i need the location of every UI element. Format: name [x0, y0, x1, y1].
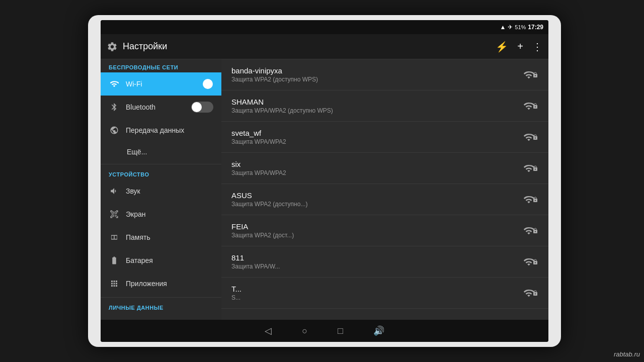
wifi-toggle[interactable]	[191, 78, 213, 89]
wifi-network-item[interactable]: SHAMANЗащита WPA/WPA2 (доступно WPS)	[221, 90, 548, 122]
sidebar-item-screen[interactable]: Экран	[101, 203, 221, 226]
action-bar: Настройки ⚡ + ⋮	[101, 34, 548, 59]
wifi-network-info: FEIAЗащита WPA2 (дост...)	[231, 222, 523, 239]
bluetooth-label: Bluetooth	[126, 103, 191, 111]
sidebar-item-sound[interactable]: Звук	[101, 179, 221, 203]
status-time: 17:29	[528, 24, 543, 31]
wifi-network-item[interactable]: sixЗащита WPA/WPA2	[221, 153, 548, 184]
wifi-network-info: sveta_wfЗащита WPA/WPA2	[231, 129, 523, 145]
apps-label: Приложения	[126, 280, 213, 288]
lightning-button[interactable]: ⚡	[496, 41, 508, 53]
wifi-network-security: Защита WPA/W...	[231, 263, 523, 270]
sidebar-item-bluetooth[interactable]: Bluetooth	[101, 96, 221, 119]
battery-icon	[109, 255, 120, 266]
wifi-signal-icon	[523, 256, 538, 267]
screen: ▲ ✈ 51% 17:29 Настройки ⚡ + ⋮	[101, 20, 548, 342]
status-bar: ▲ ✈ 51% 17:29	[101, 20, 548, 34]
wifi-toggle-knob	[203, 79, 213, 89]
sidebar-item-battery[interactable]: Батарея	[101, 249, 221, 272]
wifi-network-info: 811Защита WPA/W...	[231, 253, 523, 270]
bluetooth-icon	[109, 102, 120, 113]
wifi-network-name: sveta_wf	[231, 129, 523, 137]
bluetooth-toggle[interactable]	[191, 102, 213, 113]
wifi-network-item[interactable]: T...S...	[221, 278, 548, 309]
wifi-network-item[interactable]: sveta_wfЗащита WPA/WPA2	[221, 122, 548, 153]
wifi-network-name: T...	[231, 285, 523, 293]
tablet-frame: ▲ ✈ 51% 17:29 Настройки ⚡ + ⋮	[88, 15, 561, 347]
wifi-network-security: S...	[231, 294, 523, 301]
wifi-signal-icon	[523, 194, 538, 205]
wifi-network-name: SHAMAN	[231, 98, 523, 106]
wifi-signal-icon	[523, 132, 538, 143]
sound-label: Звук	[126, 187, 213, 195]
sidebar-item-memory[interactable]: Память	[101, 226, 221, 249]
wifi-network-security: Защита WPA/WPA2	[231, 169, 523, 176]
watermark: rabtab.ru	[614, 350, 640, 358]
screen-label: Экран	[126, 210, 213, 218]
action-bar-left: Настройки	[107, 41, 496, 52]
wifi-network-item[interactable]: banda-vinipyxaЗащита WPA2 (доступно WPS)	[221, 59, 548, 90]
add-button[interactable]: +	[517, 41, 523, 52]
wifi-signal-icon	[523, 101, 538, 112]
wifi-network-security: Защита WPA/WPA2	[231, 138, 523, 145]
page-title: Настройки	[123, 41, 167, 52]
wifi-network-security: Защита WPA2 (доступно...)	[231, 201, 523, 208]
action-bar-right: ⚡ + ⋮	[496, 41, 542, 53]
sidebar: БЕСПРОВОДНЫЕ СЕТИ Wi-Fi	[101, 59, 221, 320]
section-personal: ЛИЧНЫЕ ДАННЫЕ	[101, 300, 221, 313]
sound-icon	[109, 186, 120, 197]
back-button[interactable]: ◁	[265, 325, 272, 336]
wifi-network-name: FEIA	[231, 222, 523, 231]
wifi-signal-icon	[523, 288, 538, 299]
memory-label: Память	[126, 233, 213, 241]
wifi-network-name: 811	[231, 253, 523, 262]
wifi-network-name: banda-vinipyxa	[231, 66, 523, 75]
wifi-network-list: banda-vinipyxaЗащита WPA2 (доступно WPS)…	[221, 59, 548, 309]
bluetooth-toggle-knob	[192, 102, 202, 112]
wifi-network-name: six	[231, 160, 523, 168]
divider-2	[101, 297, 221, 298]
wifi-panel: banda-vinipyxaЗащита WPA2 (доступно WPS)…	[221, 59, 548, 320]
status-icons: ▲ ✈ 51% 17:29	[500, 24, 543, 31]
wifi-network-security: Защита WPA2 (доступно WPS)	[231, 76, 523, 83]
divider-1	[101, 164, 221, 164]
wifi-network-info: sixЗащита WPA/WPA2	[231, 160, 523, 176]
wifi-network-item[interactable]: FEIAЗащита WPA2 (дост...)	[221, 215, 548, 246]
nav-bar: ◁ ○ □ 🔊	[101, 320, 548, 342]
data-label: Передача данных	[126, 126, 213, 134]
more-label: Ещё...	[127, 148, 213, 156]
wifi-network-security: Защита WPA2 (дост...)	[231, 232, 523, 239]
sidebar-item-more[interactable]: Ещё...	[101, 142, 221, 162]
wifi-network-info: ASUSЗащита WPA2 (доступно...)	[231, 191, 523, 208]
sidebar-item-wifi[interactable]: Wi-Fi	[101, 72, 221, 96]
volume-button[interactable]: 🔊	[373, 325, 384, 336]
signal-status-icon: ✈	[508, 24, 513, 31]
sidebar-item-location[interactable]: Местоположение	[101, 313, 221, 320]
wifi-signal-icon	[523, 69, 538, 80]
wifi-signal-icon	[523, 225, 538, 236]
wifi-label: Wi-Fi	[126, 80, 191, 88]
wifi-network-info: T...S...	[231, 285, 523, 301]
wifi-network-info: SHAMANЗащита WPA/WPA2 (доступно WPS)	[231, 98, 523, 114]
wifi-signal-icon	[523, 163, 538, 174]
recent-button[interactable]: □	[338, 326, 343, 336]
section-wireless: БЕСПРОВОДНЫЕ СЕТИ	[101, 59, 221, 72]
wifi-status-icon: ▲	[500, 24, 506, 31]
home-button[interactable]: ○	[302, 326, 307, 336]
sidebar-item-data[interactable]: Передача данных	[101, 119, 221, 142]
screen-icon	[109, 209, 120, 220]
wifi-network-security: Защита WPA/WPA2 (доступно WPS)	[231, 107, 523, 114]
main-content: БЕСПРОВОДНЫЕ СЕТИ Wi-Fi	[101, 59, 548, 320]
wifi-network-item[interactable]: 811Защита WPA/W...	[221, 246, 548, 278]
data-icon	[109, 125, 120, 136]
battery-status: 51%	[515, 24, 526, 30]
settings-gear-icon	[107, 41, 118, 52]
location-icon	[109, 319, 120, 320]
wifi-network-name: ASUS	[231, 191, 523, 200]
wifi-network-item[interactable]: ASUSЗащита WPA2 (доступно...)	[221, 184, 548, 215]
memory-icon	[109, 232, 120, 243]
more-button[interactable]: ⋮	[532, 41, 542, 53]
sidebar-item-apps[interactable]: Приложения	[101, 272, 221, 295]
apps-icon	[109, 278, 120, 289]
wifi-icon	[109, 78, 120, 89]
